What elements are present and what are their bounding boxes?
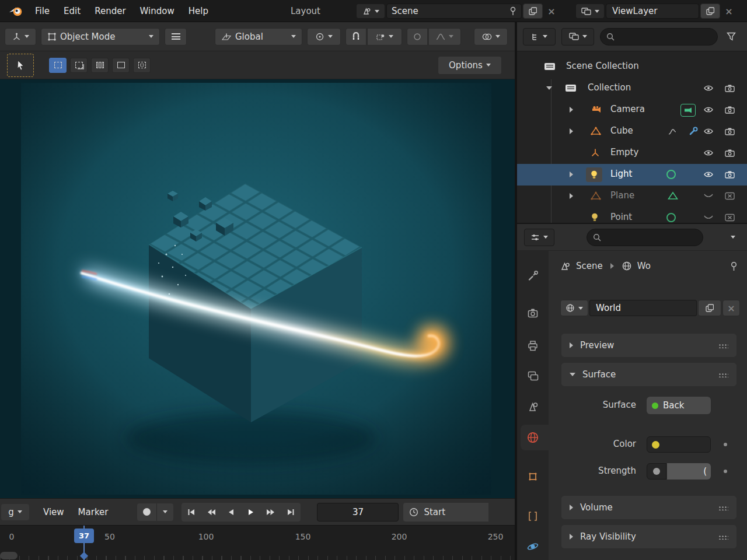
render-toggle[interactable] (725, 171, 735, 178)
new-viewlayer-button[interactable] (700, 4, 720, 19)
next-keyframe-button[interactable] (261, 503, 281, 522)
tool-properties-tab[interactable] (521, 265, 544, 286)
record-icon[interactable] (143, 508, 151, 516)
strength-socket-segment[interactable] (647, 463, 666, 480)
active-tool-select-box[interactable] (7, 54, 34, 77)
pin-icon[interactable] (730, 261, 738, 271)
select-mode-intersect[interactable] (133, 58, 151, 73)
pin-icon[interactable] (509, 6, 516, 16)
menu-window[interactable]: Window (133, 0, 181, 22)
world-properties-tab[interactable] (521, 427, 544, 448)
modifier-wrench-icon[interactable] (689, 127, 698, 136)
viewport-3d[interactable] (0, 79, 515, 498)
viewlayer-name-field[interactable]: ViewLayer (606, 4, 699, 19)
panel-drag-grip[interactable] (718, 505, 728, 510)
menu-file[interactable]: File (28, 0, 57, 22)
outliner-row-light[interactable]: Light (517, 164, 747, 186)
outliner-row-collection[interactable]: Collection (517, 78, 747, 99)
hide-eye-toggle[interactable] (704, 85, 713, 92)
start-frame-field[interactable]: Start (403, 503, 488, 522)
viewlayer-properties-tab[interactable] (521, 366, 544, 387)
workspace-tab-layout[interactable]: Layout (291, 0, 320, 22)
disclosure-open-icon[interactable] (546, 86, 552, 90)
outliner-row-empty[interactable]: Empty (517, 142, 747, 164)
outliner-row-cube[interactable]: Cube (517, 121, 747, 142)
overlays-dropdown[interactable] (474, 28, 508, 46)
timeline-scrollbar[interactable] (0, 552, 18, 559)
world-name-field[interactable]: World (589, 300, 697, 316)
outliner-row-point[interactable]: Point (517, 207, 747, 223)
menu-edit[interactable]: Edit (57, 0, 88, 22)
hide-eye-toggle[interactable] (704, 149, 713, 156)
physics-properties-tab[interactable] (521, 536, 544, 557)
camera-data-icon[interactable] (680, 104, 696, 117)
disclosure-closed-icon[interactable] (570, 107, 573, 113)
outliner-row-scene-collection[interactable]: Scene Collection (517, 56, 747, 78)
surface-shader-button[interactable]: Back (647, 397, 711, 414)
new-scene-button[interactable] (523, 4, 543, 19)
timeline-menu-marker[interactable]: Marker (71, 499, 116, 526)
object-properties-tab[interactable] (521, 466, 544, 487)
light-data-icon[interactable] (666, 170, 676, 179)
scene-properties-tab[interactable] (521, 396, 544, 417)
select-mode-new[interactable] (49, 58, 67, 73)
world-new-copy-button[interactable] (698, 300, 721, 316)
scene-name-field[interactable]: Scene (386, 4, 522, 19)
panel-volume[interactable]: Volume (561, 496, 736, 519)
outliner-display-mode-dropdown[interactable] (523, 28, 556, 46)
strength-value-field[interactable]: ( (667, 463, 711, 480)
light-data-icon[interactable] (666, 213, 676, 222)
hide-eye-toggle[interactable] (704, 171, 713, 178)
current-frame-field[interactable]: 37 (317, 503, 399, 522)
breadcrumb-world[interactable]: Wo (637, 261, 651, 271)
render-toggle[interactable] (725, 85, 735, 92)
viewlayer-browse-button[interactable] (575, 4, 605, 19)
snap-toggle[interactable] (345, 28, 366, 46)
output-properties-tab[interactable] (521, 335, 544, 356)
outliner-search-input[interactable] (600, 28, 718, 46)
outliner-row-camera[interactable]: Camera (517, 99, 747, 121)
snap-settings-dropdown[interactable] (367, 28, 402, 46)
animate-dot[interactable] (724, 443, 727, 446)
filter-icon[interactable] (724, 32, 739, 41)
render-properties-tab[interactable] (521, 303, 544, 324)
mode-dropdown[interactable]: Object Mode (41, 28, 160, 46)
proportional-falloff-dropdown[interactable] (428, 28, 461, 46)
menu-help[interactable]: Help (181, 0, 215, 22)
properties-editor-type-dropdown[interactable] (524, 229, 554, 246)
panel-drag-grip[interactable] (718, 534, 728, 540)
remove-viewlayer-button[interactable]: × (721, 4, 736, 19)
world-unlink-button[interactable]: × (722, 300, 740, 316)
hide-eye-toggle[interactable] (704, 128, 713, 135)
prev-keyframe-button[interactable] (201, 503, 221, 522)
playhead-badge[interactable]: 37 (74, 528, 94, 543)
outliner-row-plane[interactable]: Plane (517, 186, 747, 207)
unlink-scene-button[interactable]: × (544, 4, 559, 19)
render-toggle[interactable] (725, 149, 735, 157)
editor-type-dropdown[interactable] (5, 28, 36, 46)
disclosure-closed-icon[interactable] (570, 193, 573, 199)
outliner-id-filter-dropdown[interactable] (561, 28, 594, 46)
mesh-data-icon[interactable] (668, 191, 678, 200)
blender-logo-icon[interactable] (8, 6, 23, 16)
select-mode-extend[interactable] (70, 58, 88, 73)
transform-orientation-dropdown[interactable]: Global (215, 28, 302, 46)
header-menus-button[interactable] (165, 28, 187, 46)
panel-ray-visibility[interactable]: Ray Visibility (561, 525, 736, 548)
properties-menu-chevron[interactable] (731, 236, 735, 239)
world-browse-button[interactable] (560, 300, 588, 316)
render-toggle-disabled[interactable] (725, 192, 735, 200)
select-mode-subtract[interactable] (91, 58, 109, 73)
render-toggle[interactable] (725, 128, 735, 135)
hide-eye-toggle-closed[interactable] (704, 215, 713, 220)
proportional-edit-toggle[interactable] (407, 28, 428, 46)
hide-eye-toggle[interactable] (704, 106, 713, 113)
options-dropdown[interactable]: Options (438, 56, 502, 75)
play-button[interactable] (241, 503, 261, 522)
keying-dropdown[interactable] (163, 510, 167, 513)
timeline-menu-view[interactable]: View (36, 499, 71, 526)
menu-render[interactable]: Render (88, 0, 132, 22)
render-toggle[interactable] (725, 106, 735, 114)
play-reverse-button[interactable] (221, 503, 241, 522)
timeline-clipped-menu[interactable]: g (1, 504, 29, 520)
